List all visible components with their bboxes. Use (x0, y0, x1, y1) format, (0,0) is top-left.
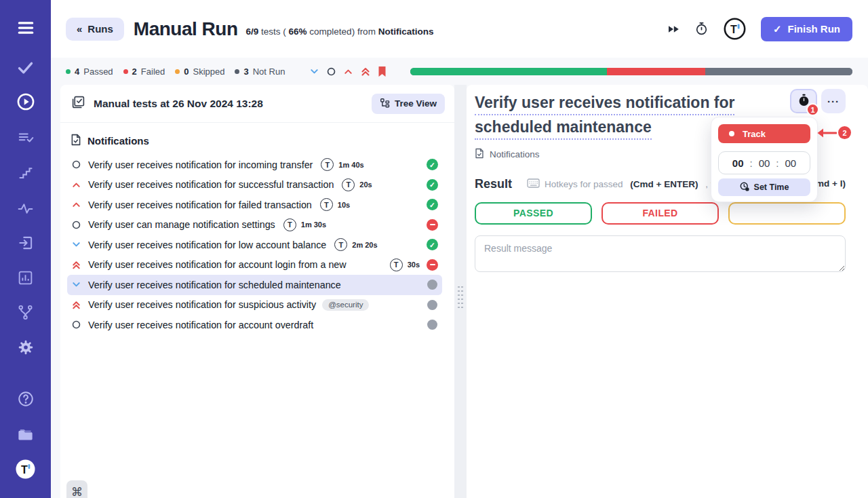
status-failed-icon (427, 259, 438, 271)
track-button[interactable]: Track (718, 124, 810, 143)
test-meta: T30s (390, 258, 420, 271)
test-row[interactable]: Verify user receives notification for su… (67, 175, 442, 195)
analytics-icon[interactable] (0, 269, 51, 286)
test-title: Verify user receives notification for ac… (88, 320, 313, 330)
import-icon[interactable] (0, 234, 51, 252)
runs-play-icon[interactable] (0, 92, 51, 111)
filter-chevrons-up-icon[interactable] (360, 66, 371, 77)
keyboard-icon (527, 178, 540, 190)
priority-circle-icon (71, 320, 81, 330)
run-progress-bar (410, 68, 852, 75)
timer-button[interactable]: 1 (790, 89, 817, 113)
result-status-buttons: PASSEDFAILED (475, 202, 846, 225)
status-passed-icon: ✓ (427, 239, 438, 250)
failed-button[interactable]: FAILED (601, 202, 719, 225)
test-row[interactable]: Verify user receives notification for lo… (67, 235, 442, 255)
test-row[interactable]: Verify user can manage notification sett… (67, 215, 442, 235)
tree-icon (380, 98, 390, 110)
progress-failed-segment (607, 68, 705, 75)
duration-label: 30s (408, 261, 420, 269)
passed-dot-icon (66, 69, 71, 74)
test-title: Verify user receives notification for fa… (88, 199, 312, 210)
test-list-panel: Manual tests at 26 Nov 2024 13:28 Tree V… (60, 85, 454, 498)
hotkeys-hint-tail: md + I) (816, 178, 846, 189)
test-row[interactable]: Verify user receives notification for in… (67, 155, 442, 175)
annotation-arrow-icon (816, 128, 837, 138)
filter-chevron-up-icon[interactable] (343, 66, 353, 77)
testomatio-logo-icon: T (390, 258, 403, 271)
minutes-field[interactable]: 00 (759, 157, 770, 169)
tree-view-button[interactable]: Tree View (372, 94, 445, 114)
filter-chevron-down-icon[interactable] (309, 66, 319, 77)
timer-history-icon[interactable] (694, 22, 709, 36)
finish-run-button[interactable]: ✓ Finish Run (761, 17, 852, 41)
timer-popup: Track 00 : 00 : 00 Set Time (711, 117, 818, 202)
test-row[interactable]: Verify user receives notification for fa… (67, 195, 442, 215)
time-display: 00 : 00 : 00 (718, 151, 810, 174)
check-icon: ✓ (773, 23, 782, 35)
test-detail-panel: Verify user receives notification for sc… (467, 85, 868, 498)
drag-grip-icon[interactable] (457, 285, 464, 309)
hotkeys-hint: Hotkeys for passed (Cmd + ENTER) , faile… (527, 178, 735, 190)
test-title: Verify user receives notification for su… (88, 299, 316, 310)
priority-chevron-up-icon (71, 199, 81, 210)
set-time-button[interactable]: Set Time (718, 178, 810, 196)
back-to-runs-button[interactable]: « Runs (66, 18, 124, 41)
chevron-double-left-icon: « (77, 23, 82, 35)
seconds-field[interactable]: 00 (785, 157, 797, 169)
projects-folder-icon[interactable] (0, 425, 51, 443)
plans-list-icon[interactable] (0, 129, 51, 147)
svg-text:T: T (730, 24, 737, 35)
command-palette-button[interactable]: ⌘ (66, 480, 87, 498)
set-time-label: Set Time (754, 183, 789, 192)
panel-resize-divider[interactable] (454, 85, 467, 498)
fast-forward-icon[interactable] (667, 24, 679, 34)
test-row[interactable]: Verify user receives notification for sc… (67, 275, 442, 295)
testomatio-logo-icon: T (342, 178, 355, 191)
testomatio-logo-icon: T (320, 198, 333, 211)
app-logo-icon: T (724, 18, 746, 40)
brand-logo-icon: T (0, 459, 51, 480)
skipped-button[interactable] (728, 202, 846, 225)
track-label: Track (743, 129, 766, 139)
duration-label: 1m 30s (301, 221, 326, 229)
pulse-icon[interactable] (0, 200, 51, 217)
suite-group-row[interactable]: Notifications (60, 123, 454, 153)
settings-gear-icon[interactable] (0, 339, 51, 356)
priority-chevron-down-icon (71, 240, 81, 250)
failed-dot-icon (123, 69, 128, 74)
more-options-button[interactable]: ··· (821, 89, 846, 113)
topbar: « Runs Manual Run 6/9 tests ( 66% comple… (51, 0, 868, 58)
back-to-runs-label: Runs (87, 23, 113, 35)
notrun-dot-icon (235, 69, 239, 74)
test-title: Verify user receives notification for lo… (88, 240, 326, 250)
priority-circle-icon (71, 220, 81, 230)
status-count-notrun: 3Not Run (235, 66, 285, 77)
test-meta: T20s (342, 178, 372, 191)
suite-group-label: Notifications (87, 135, 149, 147)
tests-check-icon[interactable] (0, 58, 51, 77)
passed-button[interactable]: PASSED (475, 202, 592, 225)
test-row[interactable]: Verify user receives notification for ac… (67, 315, 442, 335)
hours-field[interactable]: 00 (732, 157, 744, 169)
branch-icon[interactable] (0, 304, 51, 321)
test-title-editable[interactable]: Verify user receives notification for sc… (475, 94, 734, 140)
time-separator: : (776, 157, 778, 169)
list-header: Manual tests at 26 Nov 2024 13:28 Tree V… (60, 85, 454, 123)
result-message-input[interactable] (475, 235, 846, 272)
duration-label: 20s (359, 180, 372, 189)
progress-passed-segment (410, 68, 607, 75)
steps-icon[interactable] (0, 165, 51, 181)
filter-circle-icon[interactable] (326, 66, 336, 77)
help-icon[interactable] (0, 390, 51, 408)
test-row[interactable]: Verify user receives notification for ac… (67, 255, 442, 275)
status-notrun-icon (427, 300, 437, 310)
clock-settings-icon (740, 182, 749, 193)
page-title: Manual Run (134, 18, 238, 40)
test-title: Verify user receives notification for sc… (88, 280, 341, 290)
tree-view-label: Tree View (395, 98, 437, 109)
priority-circle-icon (71, 159, 81, 170)
test-row[interactable]: Verify user receives notification for su… (67, 295, 442, 315)
filter-bookmark-icon[interactable] (378, 66, 387, 77)
menu-icon[interactable] (0, 18, 51, 38)
